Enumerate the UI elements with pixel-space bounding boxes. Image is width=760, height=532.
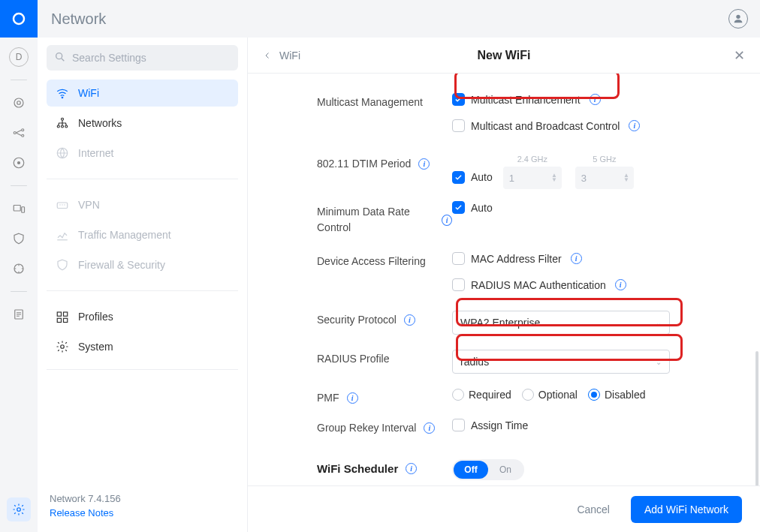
content-title: New WiFi bbox=[478, 49, 531, 62]
sidebar-item-traffic[interactable]: Traffic Management bbox=[47, 221, 238, 248]
rail-item-gateway[interactable] bbox=[7, 91, 31, 115]
info-icon[interactable]: i bbox=[406, 463, 417, 474]
rail-item-settings[interactable] bbox=[7, 497, 31, 521]
rail-item-devices[interactable] bbox=[7, 197, 31, 221]
spinner-5ghz[interactable]: 3 ▲▼ bbox=[575, 167, 634, 189]
svg-point-0 bbox=[14, 14, 24, 24]
form-area: Multicast Management Multicast Enhanceme… bbox=[248, 74, 760, 485]
select-value: radius bbox=[460, 356, 489, 368]
info-icon[interactable]: i bbox=[442, 215, 452, 226]
rail-item-security[interactable] bbox=[7, 227, 31, 251]
spinner-2-4ghz[interactable]: 1 ▲▼ bbox=[503, 167, 562, 189]
search-input[interactable] bbox=[47, 45, 238, 71]
sidebar-item-internet[interactable]: Internet bbox=[47, 140, 238, 167]
rail-item-dashboard[interactable]: D bbox=[7, 45, 31, 69]
sidebar-divider bbox=[47, 369, 238, 370]
check-icon bbox=[452, 419, 465, 431]
rail-item-insights[interactable] bbox=[7, 257, 31, 281]
checkbox-assign-time[interactable]: Assign Time bbox=[452, 419, 528, 431]
radio-pmf-optional[interactable]: Optional bbox=[522, 389, 578, 401]
svg-rect-23 bbox=[64, 312, 68, 316]
checkbox-dtim-auto[interactable]: Auto bbox=[452, 171, 493, 184]
check-icon bbox=[452, 93, 465, 106]
shield-icon bbox=[56, 258, 69, 272]
svg-point-17 bbox=[57, 125, 59, 128]
profiles-icon bbox=[56, 310, 69, 323]
info-icon[interactable]: i bbox=[404, 314, 415, 326]
checkbox-label: Multicast and Broadcast Control bbox=[471, 120, 620, 132]
main-content: WiFi New WiFi ✕ Multicast Management Mul… bbox=[248, 38, 760, 532]
sidebar-item-vpn[interactable]: VPN bbox=[47, 191, 238, 218]
rail-item-topology[interactable] bbox=[7, 121, 31, 145]
settings-sidebar: WiFi Networks Internet VPN Traffic Manag… bbox=[38, 38, 248, 532]
check-icon bbox=[452, 278, 465, 291]
traffic-icon bbox=[56, 228, 69, 242]
sidebar-item-label: Traffic Management bbox=[78, 229, 171, 241]
select-security-protocol[interactable]: WPA2 Enterprise ⌄ bbox=[452, 311, 670, 335]
checkbox-min-rate-auto[interactable]: Auto bbox=[452, 201, 493, 214]
sidebar-item-system[interactable]: System bbox=[47, 333, 238, 360]
cancel-button[interactable]: Cancel bbox=[577, 503, 610, 515]
left-rail: D bbox=[0, 38, 38, 532]
checkbox-mac-filter[interactable]: MAC Address Filter i bbox=[452, 252, 582, 265]
wifi-icon bbox=[56, 86, 69, 100]
info-icon[interactable]: i bbox=[424, 422, 435, 434]
checkbox-multicast-enhancement[interactable]: Multicast Enhancement i bbox=[452, 93, 601, 106]
select-value: WPA2 Enterprise bbox=[460, 317, 540, 329]
sidebar-item-profiles[interactable]: Profiles bbox=[47, 303, 238, 330]
chevron-left-icon bbox=[263, 51, 272, 60]
info-icon[interactable]: i bbox=[615, 279, 626, 290]
vpn-icon bbox=[56, 198, 69, 212]
sidebar-item-label: Internet bbox=[78, 147, 113, 159]
svg-point-18 bbox=[62, 125, 64, 128]
info-icon[interactable]: i bbox=[629, 120, 640, 131]
release-notes-link[interactable]: Release Notes bbox=[50, 507, 235, 518]
label-device-filtering: Device Access Filtering bbox=[263, 252, 452, 267]
checkbox-label: RADIUS MAC Authentication bbox=[471, 279, 606, 291]
label-wifi-scheduler: WiFi Scheduler i bbox=[263, 459, 452, 475]
scrollbar[interactable] bbox=[755, 351, 758, 485]
sidebar-divider bbox=[47, 290, 238, 291]
info-icon[interactable]: i bbox=[418, 158, 430, 170]
info-icon[interactable]: i bbox=[590, 94, 601, 105]
select-radius-profile[interactable]: radius ⌄ bbox=[452, 350, 670, 374]
chevron-down-icon: ⌄ bbox=[656, 319, 662, 327]
rail-item-radios[interactable] bbox=[7, 151, 31, 175]
checkbox-label: Auto bbox=[471, 171, 493, 183]
version-text: Network 7.4.156 bbox=[50, 493, 235, 504]
svg-point-14 bbox=[56, 53, 62, 59]
app-logo[interactable] bbox=[0, 0, 38, 38]
svg-rect-10 bbox=[22, 207, 25, 213]
svg-rect-22 bbox=[57, 312, 61, 316]
sidebar-item-label: Firewall & Security bbox=[78, 259, 165, 271]
checkbox-radius-mac-auth[interactable]: RADIUS MAC Authentication i bbox=[452, 278, 626, 291]
sidebar-item-wifi[interactable]: WiFi bbox=[47, 80, 238, 107]
checkbox-label: Multicast Enhancement bbox=[471, 94, 581, 106]
info-icon[interactable]: i bbox=[571, 253, 582, 264]
svg-point-26 bbox=[61, 345, 65, 349]
toggle-off[interactable]: Off bbox=[454, 461, 488, 479]
toggle-on[interactable]: On bbox=[488, 461, 523, 479]
check-icon bbox=[452, 119, 465, 132]
rail-item-logs[interactable] bbox=[7, 302, 31, 326]
rail-divider bbox=[11, 291, 27, 292]
label-dtim: 802.11 DTIM Period i bbox=[263, 155, 452, 170]
sidebar-item-networks[interactable]: Networks bbox=[47, 110, 238, 137]
user-avatar[interactable] bbox=[728, 9, 748, 29]
back-button[interactable]: WiFi bbox=[263, 50, 300, 62]
gear-icon bbox=[56, 340, 69, 353]
radio-pmf-required[interactable]: Required bbox=[452, 389, 511, 401]
svg-point-13 bbox=[17, 508, 21, 512]
svg-point-1 bbox=[736, 15, 740, 19]
sidebar-item-firewall[interactable]: Firewall & Security bbox=[47, 251, 238, 278]
checkbox-label: Assign Time bbox=[471, 419, 528, 431]
add-wifi-button[interactable]: Add WiFi Network bbox=[631, 496, 742, 523]
checkbox-multicast-broadcast-control[interactable]: Multicast and Broadcast Control i bbox=[452, 119, 640, 132]
toggle-wifi-scheduler[interactable]: Off On bbox=[452, 459, 524, 480]
label-min-data-rate: Minimum Data Rate Control i bbox=[263, 201, 452, 236]
sidebar-item-label: VPN bbox=[78, 199, 100, 211]
svg-rect-21 bbox=[57, 203, 68, 209]
close-button[interactable]: ✕ bbox=[734, 49, 745, 62]
info-icon[interactable]: i bbox=[347, 392, 358, 404]
radio-pmf-disabled[interactable]: Disabled bbox=[588, 389, 645, 401]
